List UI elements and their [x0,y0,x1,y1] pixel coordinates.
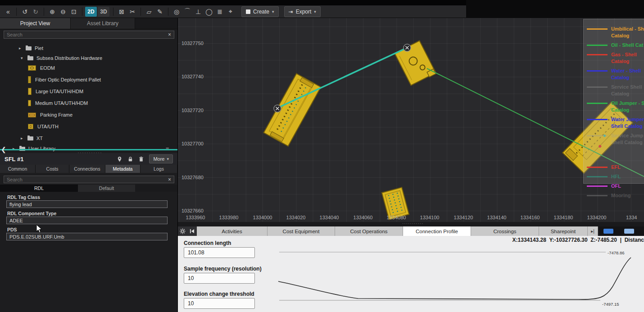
create-dropdown-button[interactable]: Create ▾ [241,6,279,17]
tab-scroll-start-button[interactable] [187,226,197,236]
tab-crossings[interactable]: Crossings [471,226,539,236]
library-search-input[interactable] [7,32,168,37]
top-right-filler [466,0,644,18]
sidebar-tab-bar: Project View Asset Library [0,18,177,29]
profile-min-depth-label: -7497.15 [602,302,619,307]
visibility-tool-button[interactable]: ◎ [171,7,182,17]
connection-node[interactable] [274,105,281,112]
redo-button[interactable]: ↻ [30,7,41,17]
pds-field[interactable] [6,233,168,240]
asset-item-medium-uta[interactable]: Medium UTA/UTH/HDM [0,98,177,108]
trash-icon[interactable] [138,156,144,162]
legend-label: Service Shell [611,84,642,90]
asset-item-fiber-optic-pallet[interactable]: Fiber Optic Deployment Pallet [0,75,177,85]
asset-label: UTA/UTH [37,124,59,129]
asset-item-eodm[interactable]: EODM [0,63,177,73]
field-label-sample-frequency: Sample frequency (resolution) [184,266,262,272]
library-search-box[interactable]: × [4,31,174,39]
lock-icon[interactable] [127,156,133,162]
legend-label: Oil - Shell Cat [611,42,644,49]
layers-tool-button[interactable]: ≣ [214,7,225,17]
x-axis-label: 1334140 [486,215,508,220]
scissors-icon: ✂ [130,8,135,15]
depth-profile-line [278,258,631,299]
tab-connection-profile[interactable]: Connection Profile [403,226,471,236]
subtab-rdl[interactable]: RDL [0,185,78,192]
tab-costs[interactable]: Costs [36,165,69,173]
ellipse-tool-button[interactable]: ◯ [204,7,214,17]
metadata-search-box[interactable]: × [4,176,174,183]
x-axis-label: 1334160 [519,215,541,220]
subtab-default[interactable]: Default [78,185,135,192]
connection-legend: Umbilical - ShCatalog Oil - Shell Cat Ga… [583,19,644,184]
asset-item-large-uta[interactable]: Large UTA/UTH/HDM [0,86,177,96]
asset-item-parking-frame[interactable]: Parking Frame [0,110,177,120]
legend-swatch [587,70,608,72]
zoom-in-icon: ⊕ [50,8,55,15]
tab-metadata[interactable]: Metadata [105,165,141,173]
elevation-threshold-field[interactable] [184,298,255,309]
tab-cost-equipment[interactable]: Cost Equipment [268,226,335,236]
tab-scroll-next-button[interactable]: ▸| [588,226,598,236]
uta-asset-b[interactable] [395,41,436,86]
tab-logs[interactable]: Logs [141,165,177,173]
tree-label: XT [36,136,43,141]
undo-button[interactable]: ↺ [19,7,30,17]
taskbar-strip [598,226,644,236]
pallet-asset-icon [28,76,31,83]
more-dropdown-button[interactable]: More ▾ [149,154,173,163]
connection-node[interactable] [404,44,411,51]
manifold-asset-a[interactable] [264,73,321,146]
map-canvas[interactable]: 10327750 10327740 10327720 10327700 1032… [178,18,644,226]
legend-row: EFL [587,164,644,171]
cut-button[interactable]: ✂ [127,7,138,17]
sidebar-collapse-arrow[interactable]: ❮ [1,146,6,153]
zoom-in-button[interactable]: ⊕ [47,7,58,17]
collapse-toolbar-button[interactable]: « [3,7,14,17]
tab-cost-operations[interactable]: Cost Operations [335,226,403,236]
field-label-rdl-tag-class: RDL Tag Class [7,194,40,200]
export-label: Export [296,9,312,15]
tab-common[interactable]: Common [0,165,36,173]
close-icon[interactable]: × [168,32,171,37]
asset-label: Parking Frame [40,112,73,118]
chevron-down-icon: ▾ [21,56,27,60]
view-mode-2d-button[interactable]: 2D [85,7,97,17]
rdl-component-type-field[interactable] [6,217,168,224]
tab-project-view[interactable]: Project View [0,18,71,29]
snap-tool-button[interactable]: ⌖ [225,7,236,17]
open-folder-icon [27,56,33,60]
export-dropdown-button[interactable]: ⇥ Export ▾ [284,6,321,17]
pencil-icon: ✎ [157,8,163,15]
legend-swatch [587,176,608,177]
zoom-fit-button[interactable]: ⊡ [68,7,79,17]
tree-item-piet[interactable]: ▸ Piet [0,43,177,53]
tab-asset-library[interactable]: Asset Library [71,18,135,29]
metadata-search-input[interactable] [7,177,168,182]
close-icon[interactable]: × [168,177,171,182]
arc-tool-button[interactable]: ⌒ [182,7,193,17]
polygon-tool-button[interactable]: ▱ [144,7,154,17]
perpendicular-tool-button[interactable]: ⊥ [193,7,204,17]
view-mode-3d-button[interactable]: 3D [98,7,109,17]
tab-connections[interactable]: Connections [69,165,105,173]
tree-item-subsea-distribution-hardware[interactable]: ▾ Subsea Distribution Hardware [0,53,177,63]
tab-activities[interactable]: Activities [197,226,268,236]
location-pin-icon[interactable] [117,156,122,162]
legend-label: Catalog [611,107,644,113]
asset-item-uta-uth[interactable]: UTA/UTH [0,122,177,131]
tab-sharepoint[interactable]: Sharepoint [539,226,588,236]
legend-label: Water - Shell [611,68,641,74]
tree-item-xt[interactable]: ▸ XT [0,133,177,143]
connection-length-field[interactable] [184,247,255,258]
field-label-rdl-component-type: RDL Component Type [7,211,56,216]
blue-chip-button[interactable] [603,229,613,234]
panel-settings-button[interactable] [178,226,187,236]
light-blue-chip-button[interactable] [624,229,634,234]
zoom-out-button[interactable]: ⊖ [58,7,68,17]
sample-frequency-field[interactable] [184,273,255,284]
delete-button[interactable]: ⊠ [116,7,127,17]
horizontal-scrollbar[interactable]: ··········· [178,222,644,226]
annotate-tool-button[interactable]: ✎ [154,7,165,17]
rdl-tag-class-field[interactable] [6,200,168,208]
